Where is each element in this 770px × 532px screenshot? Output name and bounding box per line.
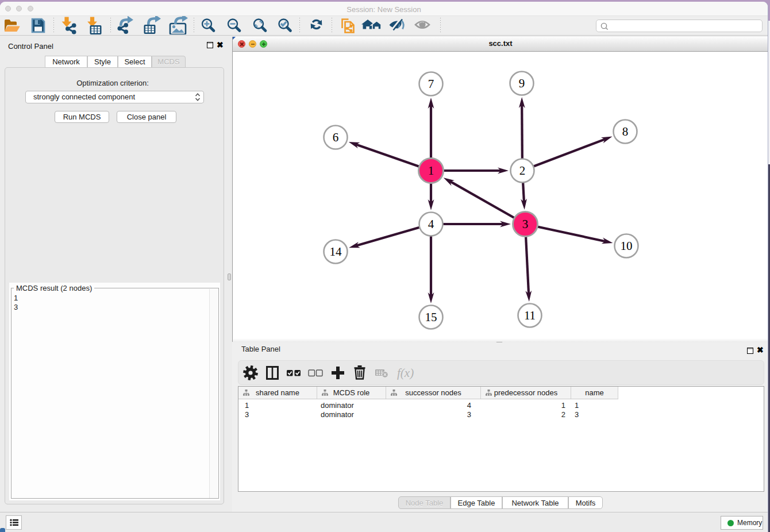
svg-text:11: 11 (524, 309, 536, 322)
svg-text:1: 1 (428, 164, 434, 178)
svg-text:9: 9 (519, 76, 525, 90)
svg-text:8: 8 (622, 125, 629, 138)
svg-text:7: 7 (428, 77, 434, 91)
svg-text:3: 3 (522, 217, 529, 231)
svg-text:6: 6 (333, 130, 339, 144)
svg-text:f(x): f(x) (397, 366, 414, 380)
svg-text:15: 15 (425, 310, 437, 324)
svg-text:14: 14 (330, 245, 342, 259)
svg-text:4: 4 (428, 217, 434, 231)
svg-text:10: 10 (621, 239, 633, 253)
svg-text:2: 2 (519, 164, 526, 178)
